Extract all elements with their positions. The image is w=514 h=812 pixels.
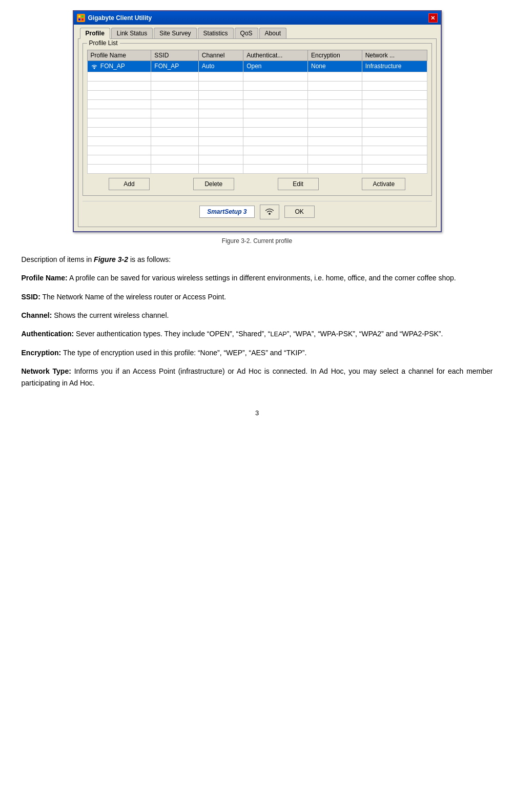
table-row[interactable] (87, 164, 427, 173)
cell-encryption: None (308, 61, 362, 72)
term-encryption: Encryption: (22, 349, 61, 357)
activate-button[interactable]: Activate (362, 178, 405, 190)
text-auth: Sever authentication types. They include… (76, 330, 443, 338)
app-icon (77, 14, 85, 22)
col-encryption: Encryption (308, 50, 362, 61)
cell-auth: Open (243, 61, 308, 72)
tab-bar: Profile Link Status Site Survey Statisti… (78, 28, 437, 38)
table-row[interactable] (87, 136, 427, 146)
table-row[interactable] (87, 81, 427, 90)
intro-paragraph: Description of items in Figure 3-2 is as… (22, 254, 493, 265)
table-row[interactable] (87, 155, 427, 164)
cell-channel: Auto (198, 61, 243, 72)
tab-about[interactable]: About (259, 28, 286, 38)
text-channel: Shows the current wireless channel. (54, 311, 169, 319)
button-row: Add Delete Edit Activate (87, 178, 427, 190)
bottom-bar: SmartSetup 3 OK (83, 201, 432, 222)
col-ssid: SSID (151, 50, 198, 61)
delete-button[interactable]: Delete (193, 178, 234, 190)
table-row[interactable] (87, 118, 427, 127)
term-profile-name: Profile Name: (22, 274, 68, 282)
smartsetup-button[interactable]: SmartSetup 3 (199, 206, 254, 218)
col-network: Network ... (362, 50, 427, 61)
group-box-legend: Profile List (87, 39, 120, 47)
intro-suffix: is as follows: (128, 255, 171, 263)
tab-profile[interactable]: Profile (80, 28, 110, 39)
svg-point-4 (93, 67, 95, 69)
col-auth: Authenticat... (243, 50, 308, 61)
auth-para: Authentication: Sever authentication typ… (22, 328, 493, 339)
title-bar: Gigabyte Client Utility ✕ (74, 11, 441, 25)
page-number: 3 (20, 409, 494, 417)
term-network-type: Network Type: (22, 367, 71, 375)
encryption-para: Encryption: The type of encryption used … (22, 347, 493, 358)
text-profile-name: A profile can be saved for various wirel… (69, 274, 456, 282)
col-profile-name: Profile Name (87, 50, 151, 61)
text-ssid: The Network Name of the wireless router … (42, 293, 226, 301)
tab-site-survey[interactable]: Site Survey (154, 28, 196, 38)
svg-rect-2 (78, 18, 80, 21)
network-type-para: Network Type: Informs you if an Access P… (22, 366, 493, 389)
svg-rect-0 (78, 15, 80, 17)
add-button[interactable]: Add (109, 178, 150, 190)
svg-rect-1 (81, 15, 84, 17)
table-row[interactable] (87, 109, 427, 118)
table-row[interactable] (87, 90, 427, 99)
tab-qos[interactable]: QoS (235, 28, 258, 38)
profile-table: Profile Name SSID Channel Authenticat...… (87, 50, 427, 174)
cell-profile-name: FON_AP (87, 61, 151, 72)
text-network-type: Informs you if an Access Point (infrastr… (22, 367, 493, 387)
wifi-signal-button[interactable] (260, 205, 279, 219)
svg-rect-3 (81, 18, 84, 21)
window-content: Profile Link Status Site Survey Statisti… (74, 25, 441, 231)
cell-network: Infrastructure (362, 61, 427, 72)
application-window: Gigabyte Client Utility ✕ Profile Link S… (73, 10, 442, 232)
figure-caption: Figure 3-2. Current profile (20, 237, 494, 245)
term-auth: Authentication: (22, 330, 74, 338)
table-row[interactable] (87, 99, 427, 109)
term-ssid: SSID: (22, 293, 40, 301)
tab-statistics[interactable]: Statistics (198, 28, 234, 38)
table-row[interactable]: FON_AP FON_AP Auto Open None Infrastruct… (87, 61, 427, 72)
channel-para: Channel: Shows the current wireless chan… (22, 310, 493, 321)
body-text: Description of items in Figure 3-2 is as… (22, 254, 493, 389)
edit-button[interactable]: Edit (278, 178, 319, 190)
profile-name-para: Profile Name: A profile can be saved for… (22, 272, 493, 283)
close-button[interactable]: ✕ (428, 13, 438, 23)
table-row[interactable] (87, 127, 427, 136)
window-title: Gigabyte Client Utility (88, 14, 152, 22)
table-row[interactable] (87, 72, 427, 81)
cell-ssid: FON_AP (151, 61, 198, 72)
intro-text: Description of items in (22, 255, 94, 263)
intro-ref: Figure 3-2 (94, 255, 128, 263)
col-channel: Channel (198, 50, 243, 61)
ssid-para: SSID: The Network Name of the wireless r… (22, 291, 493, 302)
text-encryption: The type of encryption used in this prof… (63, 349, 306, 357)
ok-button[interactable]: OK (284, 206, 315, 218)
tab-link-status[interactable]: Link Status (111, 28, 153, 38)
title-bar-left: Gigabyte Client Utility (77, 14, 152, 22)
svg-point-5 (269, 213, 271, 215)
profile-list-group: Profile List Profile Name SSID Channel A… (83, 43, 432, 196)
term-channel: Channel: (22, 311, 52, 319)
main-panel: Profile List Profile Name SSID Channel A… (78, 38, 437, 227)
table-row[interactable] (87, 146, 427, 155)
